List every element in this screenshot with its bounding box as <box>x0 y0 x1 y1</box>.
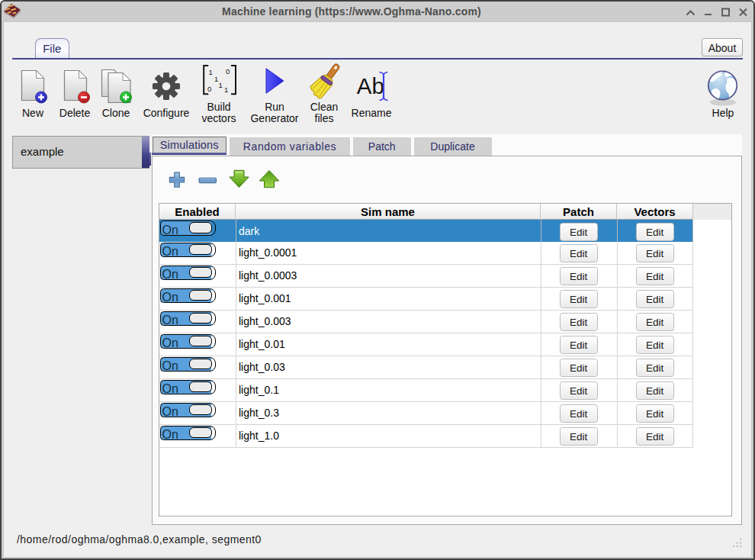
svg-text:1: 1 <box>224 85 228 94</box>
svg-text:0: 0 <box>207 85 211 93</box>
svg-text:Ab: Ab <box>357 73 384 98</box>
svg-text:0: 0 <box>226 67 230 76</box>
svg-text:1: 1 <box>214 75 218 83</box>
svg-text:1: 1 <box>209 68 213 76</box>
svg-text:1: 1 <box>219 81 223 89</box>
